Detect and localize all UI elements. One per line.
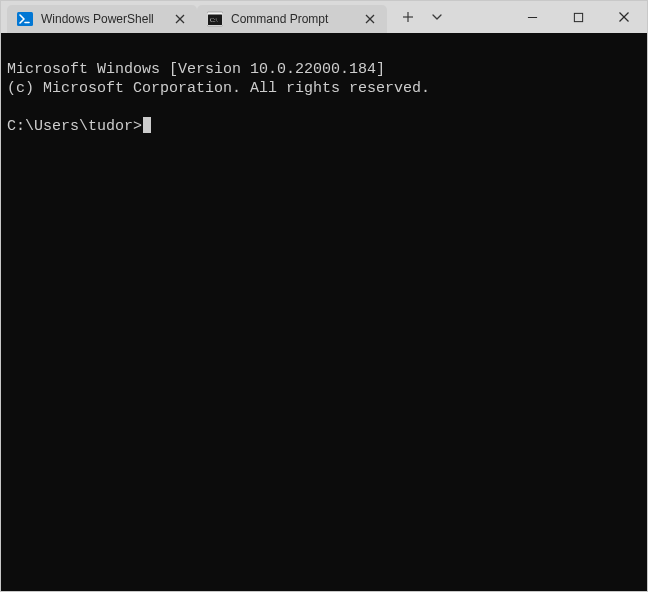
maximize-button[interactable] — [555, 1, 601, 33]
tab-cmd[interactable]: C:\ Command Prompt — [197, 5, 387, 33]
svg-rect-0 — [17, 12, 33, 26]
close-icon — [365, 14, 375, 24]
svg-rect-12 — [574, 13, 582, 21]
plus-icon — [402, 11, 414, 23]
svg-text:C:\: C:\ — [210, 17, 218, 23]
powershell-icon — [17, 11, 33, 27]
tab-strip: Windows PowerShell C:\ Command Pr — [7, 1, 387, 33]
window-close-button[interactable] — [601, 1, 647, 33]
tab-close-button[interactable] — [361, 10, 379, 28]
titlebar-drag-area[interactable] — [449, 1, 509, 33]
tab-close-button[interactable] — [171, 10, 189, 28]
tab-actions — [387, 1, 449, 33]
terminal-prompt: C:\Users\tudor> — [7, 117, 142, 136]
tab-label: Command Prompt — [231, 12, 357, 26]
window-controls — [509, 1, 647, 33]
close-icon — [175, 14, 185, 24]
terminal-window: Windows PowerShell C:\ Command Pr — [0, 0, 648, 592]
terminal-cursor — [143, 117, 151, 133]
terminal-line: (c) Microsoft Corporation. All rights re… — [7, 80, 430, 97]
tab-label: Windows PowerShell — [41, 12, 167, 26]
terminal-line: Microsoft Windows [Version 10.0.22000.18… — [7, 61, 385, 78]
new-tab-button[interactable] — [393, 2, 423, 32]
maximize-icon — [573, 12, 584, 23]
close-icon — [618, 11, 630, 23]
minimize-button[interactable] — [509, 1, 555, 33]
cmd-icon: C:\ — [207, 11, 223, 27]
tab-dropdown-button[interactable] — [425, 2, 449, 32]
minimize-icon — [527, 12, 538, 23]
tab-powershell[interactable]: Windows PowerShell — [7, 5, 197, 33]
chevron-down-icon — [431, 11, 443, 23]
terminal-output[interactable]: Microsoft Windows [Version 10.0.22000.18… — [1, 33, 647, 591]
titlebar: Windows PowerShell C:\ Command Pr — [1, 1, 647, 33]
